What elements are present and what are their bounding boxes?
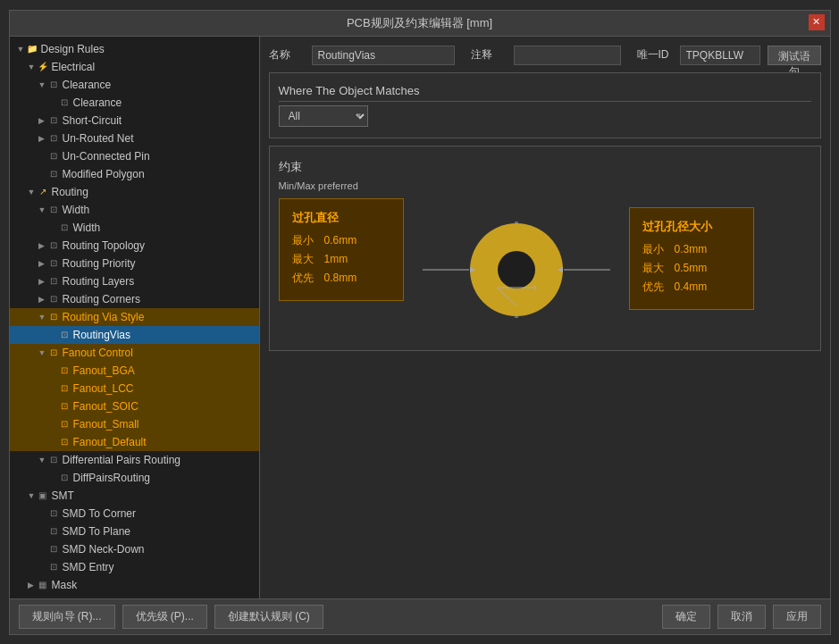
constraint-section: 约束 Min/Max preferred 过孔直径 最小 0.6mm 最大 1m… bbox=[269, 146, 821, 351]
tree-item-mask[interactable]: ▶ ▦ Mask bbox=[10, 576, 259, 594]
ok-button[interactable]: 确定 bbox=[662, 605, 710, 629]
window-title: PCB规则及约束编辑器 [mm] bbox=[347, 16, 492, 29]
tree-item-width[interactable]: ⊡ Width bbox=[10, 219, 259, 237]
tree-item-clearance[interactable]: ⊡ Clearance bbox=[10, 94, 259, 112]
constraint-area: 过孔直径 最小 0.6mm 最大 1mm 优先 0.8mm bbox=[279, 198, 811, 341]
constraint-title: 约束 bbox=[279, 155, 811, 180]
rule-icon: ⊡ bbox=[47, 275, 60, 288]
via-hole-preferred-value: 0.4mm bbox=[675, 280, 708, 293]
where-title: Where The Object Matches bbox=[279, 80, 811, 102]
rule-icon: ⊡ bbox=[47, 79, 60, 91]
bottom-right-buttons: 确定 取消 应用 bbox=[662, 605, 821, 629]
tree-item-fanout-control[interactable]: ▼ ⊡ Fanout Control bbox=[10, 344, 259, 362]
tree-label: Fanout_BGA bbox=[73, 364, 135, 377]
rule-icon: ⊡ bbox=[58, 382, 71, 395]
create-default-button[interactable]: 创建默认规则 (C) bbox=[214, 605, 323, 629]
tree-item-smd-corner[interactable]: ⊡ SMD To Corner bbox=[10, 505, 259, 523]
tree-item-smd-entry[interactable]: ⊡ SMD Entry bbox=[10, 558, 259, 576]
tree-item-unrouted-net[interactable]: ▶ ⊡ Un-Routed Net bbox=[10, 130, 259, 147]
bottom-bar: 规则向导 (R)... 优先级 (P)... 创建默认规则 (C) 确定 取消 … bbox=[10, 598, 830, 634]
tree-item-routing-topology[interactable]: ▶ ⊡ Routing Topology bbox=[10, 237, 259, 255]
via-hole-max-row: 最大 0.5mm bbox=[642, 261, 741, 276]
priority-button[interactable]: 优先级 (P)... bbox=[122, 605, 207, 629]
where-select[interactable]: All Net Net Class Layer bbox=[279, 105, 368, 127]
where-section: Where The Object Matches All Net Net Cla… bbox=[269, 72, 821, 138]
tree-label: Clearance bbox=[63, 79, 112, 91]
smt-icon: ▣ bbox=[37, 489, 49, 502]
rule-icon: ⊡ bbox=[58, 400, 71, 413]
tree-label: SMD To Plane bbox=[63, 525, 130, 538]
tree-label: Routing Topology bbox=[63, 239, 146, 252]
cancel-button[interactable]: 取消 bbox=[717, 605, 766, 629]
tree-item-routing[interactable]: ▼ ↗ Routing bbox=[10, 183, 259, 201]
comment-input[interactable] bbox=[514, 46, 621, 65]
min-max-label: Min/Max preferred bbox=[279, 180, 811, 191]
via-hole-preferred-label: 优先 bbox=[642, 280, 667, 295]
tree-item-smd-neck-down[interactable]: ⊡ SMD Neck-Down bbox=[10, 540, 259, 558]
arrow-icon: ▶ bbox=[38, 241, 47, 250]
via-hole-title: 过孔孔径大小 bbox=[642, 219, 741, 235]
tree-label: Short-Circuit bbox=[63, 114, 122, 127]
rule-icon: ⊡ bbox=[47, 257, 60, 270]
tree-item-fanout-small[interactable]: ⊡ Fanout_Small bbox=[10, 415, 259, 433]
tree-label: SMD Entry bbox=[63, 561, 114, 573]
tree-item-fanout-lcc[interactable]: ⊡ Fanout_LCC bbox=[10, 380, 259, 397]
close-button[interactable]: ✕ bbox=[809, 14, 825, 30]
tree-item-routing-vias[interactable]: ⊡ RoutingVias bbox=[10, 326, 259, 344]
tree-label: Un-Connected Pin bbox=[63, 150, 150, 163]
tree-item-routing-layers[interactable]: ▶ ⊡ Routing Layers bbox=[10, 272, 259, 290]
tree-item-width-group[interactable]: ▼ ⊡ Width bbox=[10, 201, 259, 219]
tree-item-smt[interactable]: ▼ ▣ SMT bbox=[10, 487, 259, 505]
rule-icon: ⊡ bbox=[47, 311, 60, 323]
name-input[interactable] bbox=[312, 46, 455, 65]
rule-icon: ⊡ bbox=[47, 561, 60, 573]
tree-item-routing-corners[interactable]: ▶ ⊡ Routing Corners bbox=[10, 290, 259, 308]
tree-label: SMT bbox=[52, 489, 74, 502]
tree-item-smd-plane[interactable]: ⊡ SMD To Plane bbox=[10, 523, 259, 540]
tree-item-electrical[interactable]: ▼ ⚡ Electrical bbox=[10, 58, 259, 76]
tree-label: SMD Neck-Down bbox=[63, 543, 145, 556]
tree-item-routing-priority[interactable]: ▶ ⊡ Routing Priority bbox=[10, 255, 259, 272]
rule-icon: ⊡ bbox=[47, 454, 60, 466]
rule-icon: ⊡ bbox=[47, 150, 60, 163]
via-diameter-max-row: 最大 1mm bbox=[292, 252, 390, 267]
tree-item-routing-via-style[interactable]: ▼ ⊡ Routing Via Style bbox=[10, 308, 259, 326]
via-diameter-preferred-row: 优先 0.8mm bbox=[292, 271, 390, 286]
via-diameter-preferred-label: 优先 bbox=[292, 271, 317, 286]
rule-icon: ⊡ bbox=[58, 364, 71, 377]
test-btn[interactable]: 测试语句 bbox=[768, 46, 821, 65]
via-diameter-min-value: 0.6mm bbox=[324, 234, 357, 247]
via-diameter-title: 过孔直径 bbox=[292, 210, 390, 226]
tree-item-short-circuit[interactable]: ▶ ⊡ Short-Circuit bbox=[10, 112, 259, 130]
tree-label: DiffPairsRouting bbox=[73, 472, 150, 484]
arrow-icon: ▶ bbox=[38, 116, 47, 125]
rule-icon: ⊡ bbox=[47, 132, 60, 145]
tree-label: Fanout_Default bbox=[73, 436, 147, 448]
via-hole-max-label: 最大 bbox=[642, 261, 667, 276]
uid-input[interactable] bbox=[680, 46, 760, 65]
tree: ▼ 📁 Design Rules ▼ ⚡ Electrical ▼ ⊡ Clea… bbox=[10, 37, 259, 598]
tree-label: Width bbox=[63, 204, 90, 216]
via-diameter-min-label: 最小 bbox=[292, 233, 317, 248]
arrow-icon: ▼ bbox=[28, 491, 37, 500]
tree-item-design-rules[interactable]: ▼ 📁 Design Rules bbox=[10, 40, 259, 58]
rule-icon: ⊡ bbox=[47, 114, 60, 127]
arrow-icon: ▼ bbox=[28, 188, 37, 197]
arrow-icon: ▶ bbox=[38, 134, 47, 143]
via-hole-preferred-row: 优先 0.4mm bbox=[642, 280, 741, 295]
tree-label: Fanout_SOIC bbox=[73, 400, 138, 413]
tree-item-fanout-soic[interactable]: ⊡ Fanout_SOIC bbox=[10, 397, 259, 415]
tree-item-diff-pairs[interactable]: ▼ ⊡ Differential Pairs Routing bbox=[10, 451, 259, 469]
apply-button[interactable]: 应用 bbox=[773, 605, 821, 629]
arrow-icon: ▼ bbox=[38, 456, 47, 464]
arrow-icon: ▼ bbox=[38, 313, 47, 322]
via-hole-min-row: 最小 0.3mm bbox=[642, 242, 741, 257]
tree-item-fanout-bga[interactable]: ⊡ Fanout_BGA bbox=[10, 362, 259, 380]
tree-item-modified-polygon[interactable]: ⊡ Modified Polygon bbox=[10, 165, 259, 183]
tree-item-clearance-group[interactable]: ▼ ⊡ Clearance bbox=[10, 76, 259, 94]
tree-item-fanout-default[interactable]: ⊡ Fanout_Default bbox=[10, 433, 259, 451]
tree-item-diff-pairs-routing[interactable]: ⊡ DiffPairsRouting bbox=[10, 469, 259, 487]
tree-item-unconnected-pin[interactable]: ⊡ Un-Connected Pin bbox=[10, 147, 259, 165]
right-panel: 名称 注释 唯一ID 测试语句 Where The Object Matches… bbox=[260, 37, 830, 598]
rules-wizard-button[interactable]: 规则向导 (R)... bbox=[19, 605, 115, 629]
